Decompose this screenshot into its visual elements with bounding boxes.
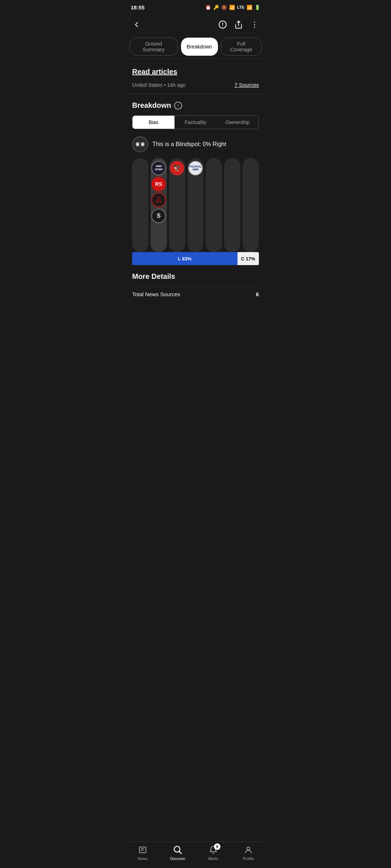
detail-value-total-sources: 6 <box>256 291 259 297</box>
svg-text:🦅: 🦅 <box>173 164 181 172</box>
breakdown-tab-ownership[interactable]: Ownership <box>216 116 258 129</box>
time-ago: 14h ago <box>167 82 186 88</box>
svg-point-2 <box>254 24 255 25</box>
chart-col-3: 🦅 <box>169 158 185 252</box>
breakdown-tabs: Bias Factuality Ownership <box>132 115 259 129</box>
detail-label-total-sources: Total News Sources <box>132 291 180 297</box>
separator: • <box>164 82 167 88</box>
status-icons: ⏰ 🔑 🔕 📶 LTE 📶 🔋 <box>205 5 260 10</box>
blindspot-icon <box>132 136 148 152</box>
top-navigation <box>125 14 266 35</box>
detail-row-total-sources: Total News Sources 6 <box>132 286 259 302</box>
bias-left-segment: L 83% <box>132 252 237 265</box>
chart-col-1 <box>132 158 148 252</box>
breakdown-info-icon[interactable]: i <box>174 102 182 110</box>
wifi-icon: 📶 <box>229 5 235 10</box>
read-articles-section: Read articles United States • 14h ago 7 … <box>125 59 266 94</box>
tab-ground-summary[interactable]: Ground Summary <box>129 38 178 56</box>
svg-point-3 <box>254 27 255 28</box>
source-logo-eagle: 🦅 <box>170 161 184 175</box>
breakdown-title: Breakdown <box>132 101 171 110</box>
lte-label: LTE <box>237 5 244 9</box>
breakdown-tab-bias[interactable]: Bias <box>133 116 175 129</box>
bias-center-label: C 17% <box>241 256 255 261</box>
chart-col-7 <box>243 158 259 252</box>
bias-center-segment: C 17% <box>237 252 259 265</box>
svg-point-1 <box>254 22 255 23</box>
read-articles-link[interactable]: Read articles <box>132 68 177 76</box>
source-logo-salon: S <box>151 209 166 223</box>
alarm-icon: ⏰ <box>205 5 211 10</box>
svg-point-6 <box>136 143 139 145</box>
status-bar: 18:55 ⏰ 🔑 🔕 📶 LTE 📶 🔋 <box>125 0 266 14</box>
bias-chart: RAWSTORY RS THEDAILYBEAST S 🦅 <box>132 158 259 252</box>
bias-left-label: L 83% <box>178 256 192 261</box>
more-details-section: More Details Total News Sources 6 <box>125 265 266 302</box>
chart-col-2: RAWSTORY RS THEDAILYBEAST S <box>151 158 167 252</box>
breakdown-section: Breakdown i Bias Factuality Ownership Th… <box>125 94 266 265</box>
meta-row: United States • 14h ago 7 Sources <box>132 82 259 88</box>
more-button[interactable] <box>247 17 262 32</box>
bias-bar: L 83% C 17% R 0% <box>132 252 259 265</box>
status-time: 18:55 <box>131 4 144 10</box>
source-logo-politicalwire: POLITICALWIRE <box>188 161 203 175</box>
blindspot-text: This is a Blindspot: 0% Right <box>152 141 226 148</box>
chart-col-4: POLITICALWIRE <box>188 158 204 252</box>
source-logo-beast: THEDAILYBEAST <box>151 193 166 207</box>
share-button[interactable] <box>231 17 246 32</box>
source-logo-rawstory: RAWSTORY <box>151 161 166 175</box>
mute-icon: 🔕 <box>221 5 227 10</box>
more-details-title: More Details <box>132 272 259 281</box>
tab-full-coverage[interactable]: Full Coverage <box>221 38 262 56</box>
chart-col-6 <box>224 158 240 252</box>
breakdown-tab-factuality[interactable]: Factuality <box>175 116 216 129</box>
battery-icon: 🔋 <box>255 5 260 10</box>
source-logo-rs: RS <box>151 177 166 191</box>
main-tab-bar: Ground Summary Breakdown Full Coverage <box>125 35 266 59</box>
key-icon: 🔑 <box>213 5 219 10</box>
chart-col-5 <box>206 158 222 252</box>
svg-point-7 <box>142 143 144 145</box>
tab-breakdown[interactable]: Breakdown <box>181 38 218 56</box>
info-button[interactable] <box>215 17 230 32</box>
meta-info: United States • 14h ago <box>132 82 185 88</box>
blindspot-row: This is a Blindspot: 0% Right <box>132 136 259 152</box>
signal-icon: 📶 <box>247 5 252 10</box>
nav-actions <box>215 17 262 32</box>
location-label: United States <box>132 82 163 88</box>
back-button[interactable] <box>129 17 144 32</box>
sources-link[interactable]: 7 Sources <box>234 82 259 88</box>
breakdown-header: Breakdown i <box>132 101 259 110</box>
